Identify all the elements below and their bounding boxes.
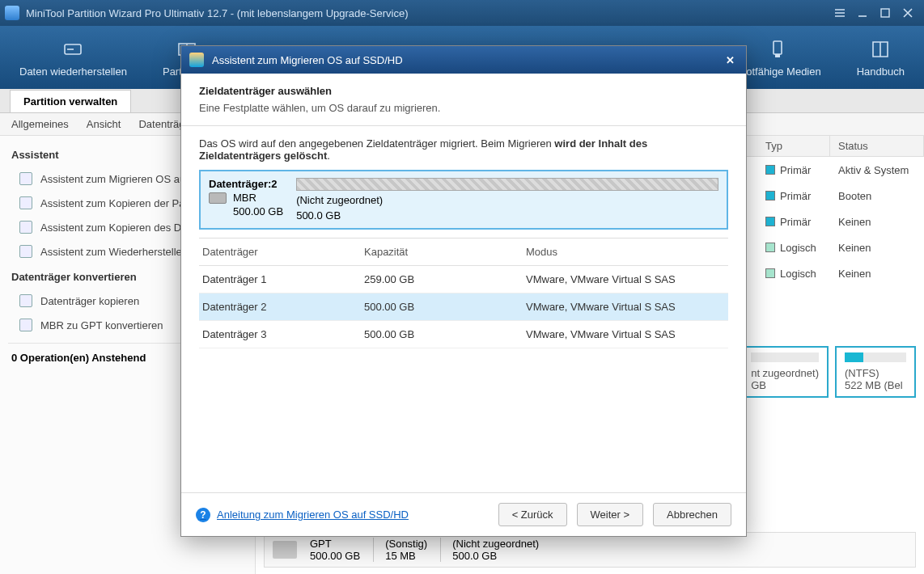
disk-icon <box>209 192 227 204</box>
next-button[interactable]: Weiter > <box>577 503 644 526</box>
dialog-close-button[interactable]: ✕ <box>722 52 738 68</box>
col-capacity[interactable]: Kapazität <box>364 246 526 258</box>
help-icon: ? <box>196 508 210 522</box>
col-disk[interactable]: Datenträger <box>202 246 364 258</box>
target-disk-panel[interactable]: Datenträger:2 MBR 500.00 GB (Nicht zugeo… <box>199 170 728 230</box>
allocation-bar <box>296 178 718 191</box>
dialog-logo-icon <box>189 53 204 67</box>
dialog-description: Eine Festplatte wählen, um OS darauf zu … <box>199 102 728 114</box>
dialog-titlebar: Assistent zum Migrieren OS auf SSD/HD ✕ <box>181 46 746 74</box>
disk-list-table: Datenträger Kapazität Modus Datenträger … <box>199 238 728 348</box>
disk-list-row[interactable]: Datenträger 2500.00 GBVMware, VMware Vir… <box>199 293 728 321</box>
cancel-button[interactable]: Abbrechen <box>653 503 731 526</box>
dialog-subtitle: Zieldatenträger auswählen <box>199 85 728 97</box>
help-link[interactable]: ?Anleitung zum Migrieren OS auf SSD/HD <box>196 508 409 522</box>
col-mode[interactable]: Modus <box>526 246 725 258</box>
back-button[interactable]: < Zurück <box>498 503 567 526</box>
dialog-footer: ?Anleitung zum Migrieren OS auf SSD/HD <… <box>181 492 746 536</box>
dialog-title: Assistent zum Migrieren OS auf SSD/HD <box>212 54 403 66</box>
target-disk-name: Datenträger:2 <box>209 178 283 190</box>
disk-list-row[interactable]: Datenträger 3500.00 GBVMware, VMware Vir… <box>199 321 728 348</box>
migrate-os-dialog: Assistent zum Migrieren OS auf SSD/HD ✕ … <box>180 45 747 537</box>
disk-list-row[interactable]: Datenträger 1259.00 GBVMware, VMware Vir… <box>199 266 728 293</box>
dialog-warning: Das OS wird auf den angegebenen Zieldate… <box>199 137 728 162</box>
